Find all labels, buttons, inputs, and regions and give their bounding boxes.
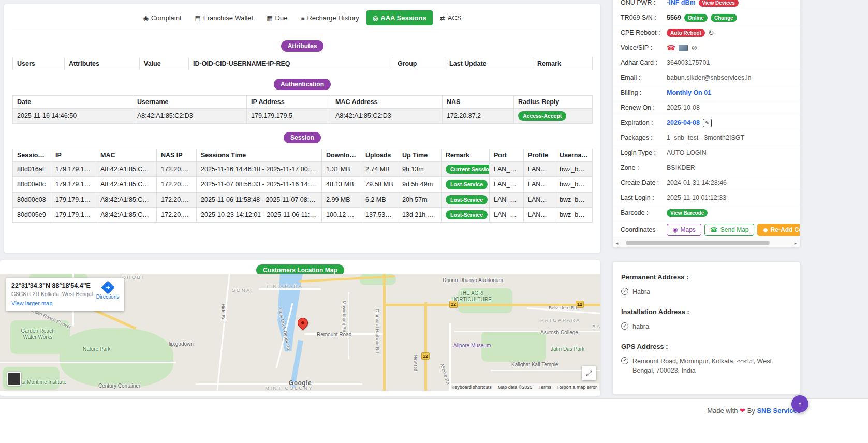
map-type-toggle[interactable] — [7, 372, 21, 386]
view-larger-map-link[interactable]: View larger map — [11, 300, 52, 306]
heart-icon: ❤ — [740, 407, 745, 415]
table-row: 80d00e08 179.179.179.5 A8:42:A1:85:C2:D3… — [13, 192, 593, 207]
email-value: babun.sikder@snbservices.in — [667, 74, 751, 81]
auth-mac: A8:42:A1:85:C2:D3 — [331, 109, 443, 124]
google-logo[interactable]: Google — [289, 379, 312, 387]
map-label: PATUAPARA — [540, 317, 581, 323]
session-remark: Lost-Service — [442, 177, 490, 192]
billing-value: Monthly On 01 — [667, 89, 711, 96]
column-header: NAS — [443, 96, 514, 109]
column-header: Remark — [442, 149, 490, 162]
check-circle-icon: ✔ — [621, 288, 628, 295]
session-nas-ip: 172.20.87.2 — [157, 207, 197, 222]
session-ip: 179.179.179.5 — [51, 192, 96, 207]
map-pin-icon: ◉ — [672, 226, 678, 233]
column-header: Username — [555, 149, 593, 162]
session-downloads: 48.13 MB — [322, 177, 361, 192]
tab-bar: ◉ Complaint ▤ Franchise Wallet ▦ Due ≡ R… — [12, 4, 592, 25]
column-header: Sessions Time — [197, 149, 322, 162]
customer-detail-page: ◉ Complaint ▤ Franchise Wallet ▦ Due ≡ R… — [0, 0, 868, 443]
map-label: Jatin Das Park — [551, 346, 584, 352]
session-username: bwz_babuns — [555, 192, 593, 207]
tr069-serial-value: 5569 — [667, 14, 681, 21]
scroll-right-arrow[interactable]: ▸ — [793, 241, 798, 246]
session-mac: A8:42:A1:85:C2:D3 — [96, 192, 157, 207]
terms-link[interactable]: Terms — [538, 385, 551, 390]
detail-label: Email : — [613, 74, 663, 81]
auto-reboot-button[interactable]: Auto Reboot — [667, 29, 705, 37]
report-error-link[interactable]: Report a map error — [557, 385, 597, 390]
map-label: lip.godown — [169, 341, 194, 347]
tab-complaint[interactable]: ◉ Complaint — [137, 10, 187, 25]
map-label: Hide Rd — [220, 304, 226, 321]
column-header: Uploads — [361, 149, 398, 162]
scroll-to-top-button[interactable]: ↑ — [791, 395, 808, 412]
map-info-card: 22°31'34.3"N 88°18'54.4"E G8G8+F2H Kolka… — [6, 278, 124, 311]
detail-row-login-type: Login Type : AUTO LOGIN — [613, 145, 800, 160]
gps-address-label: GPS Address : — [621, 343, 791, 350]
column-header: Session-ID — [13, 149, 51, 162]
keyboard-shortcuts-link[interactable]: Keyboard shortcuts — [451, 385, 492, 390]
map-road — [348, 292, 349, 359]
change-button[interactable]: Change — [711, 14, 737, 22]
slash-circle-icon: ⊘ — [691, 44, 697, 51]
address-panel: Permanent Address : ✔ Habra Installation… — [612, 261, 800, 395]
detail-label: Login Type : — [613, 149, 663, 156]
map-label: Dhobi — [122, 274, 144, 280]
location-marker[interactable] — [296, 316, 310, 330]
view-devices-button[interactable]: View Devices — [699, 0, 739, 7]
fullscreen-button[interactable]: ⤢ — [582, 366, 596, 380]
directions-button[interactable]: ➔ Directions — [94, 282, 121, 300]
send-map-button[interactable]: ☎ Send Map — [704, 224, 755, 236]
view-barcode-button[interactable]: View Barcode — [667, 209, 708, 217]
map-label: Century Container — [98, 383, 140, 389]
detail-row-barcode: Barcode : View Barcode — [613, 205, 800, 220]
session-uptime: 9d 5h 49m — [398, 177, 442, 192]
detail-label: ONU PWR : — [613, 0, 663, 6]
scroll-left-arrow[interactable]: ◂ — [614, 241, 620, 246]
detail-row-coordinates: Coordinates ◉ Maps ☎ Send Map ◆ Re-Add C… — [613, 220, 800, 239]
google-map-canvas[interactable]: 12 12 12 SONAI TIKIAPARA Dhono Dhanyo Au… — [0, 274, 600, 391]
tab-recharge-history[interactable]: ≡ Recharge History — [295, 10, 365, 25]
scrollbar-thumb[interactable] — [626, 241, 770, 245]
maps-button[interactable]: ◉ Maps — [667, 224, 701, 236]
scrollbar-track[interactable] — [620, 240, 793, 246]
detail-row-tr069: TR069 S/N : 5569 Online Change — [613, 10, 800, 25]
detail-label: Billing : — [613, 89, 663, 96]
column-header: IP Address — [247, 96, 331, 109]
sessions-icon: ◎ — [373, 15, 378, 21]
column-header: Last Update — [445, 57, 533, 70]
tab-acs[interactable]: ⇄ ACS — [434, 10, 468, 25]
detail-label: Last Login : — [613, 194, 663, 201]
map-label: Mayurbhanj Rd — [342, 301, 347, 332]
reboot-icon[interactable]: ↻ — [708, 29, 714, 36]
tab-aaa-sessions[interactable]: ◎ AAA Sessions — [366, 10, 433, 25]
phone-icon[interactable]: ☎ — [667, 44, 675, 51]
map-highway — [383, 274, 386, 391]
wallet-icon: ▤ — [195, 15, 201, 21]
detail-label: Packages : — [613, 134, 663, 141]
re-add-coordinates-button[interactable]: ◆ Re-Add Coordi — [757, 224, 800, 236]
session-profile: LANOUT — [524, 192, 555, 207]
tab-franchise-wallet[interactable]: ▤ Franchise Wallet — [189, 10, 260, 25]
column-header: IP — [51, 149, 96, 162]
session-time: 2025-11-16 14:46:18 - 2025-11-17 00:20:0… — [197, 162, 322, 177]
horizontal-scrollbar[interactable]: ◂ ▸ — [613, 239, 800, 247]
detail-row-create-date: Create Date : 2024-01-31 14:28:46 — [613, 175, 800, 190]
edit-expiration-button[interactable]: ✎ — [703, 119, 712, 127]
map-label: THE AGRI HORTICULTURE — [449, 290, 494, 303]
map-attribution: Keyboard shortcuts Map data ©2025 Terms … — [449, 383, 599, 391]
column-header: Port — [490, 149, 524, 162]
session-ip: 179.179.179.5 — [51, 207, 96, 222]
create-date-value: 2024-01-31 14:28:46 — [667, 179, 727, 186]
session-uptime: 9h 13m — [398, 162, 442, 177]
column-header: Downloads — [322, 149, 361, 162]
session-downloads: 1.31 MB — [322, 162, 361, 177]
session-id: 80d00e08 — [13, 192, 51, 207]
footer-credit: Made with ❤ By SNB Services — [707, 407, 801, 415]
detail-row-renew: Renew On : 2025-10-08 — [613, 100, 800, 115]
online-status-badge: Online — [684, 14, 708, 22]
fullscreen-icon: ⤢ — [586, 368, 592, 378]
tab-due[interactable]: ▦ Due — [260, 10, 293, 25]
tab-label: Recharge History — [307, 14, 359, 22]
